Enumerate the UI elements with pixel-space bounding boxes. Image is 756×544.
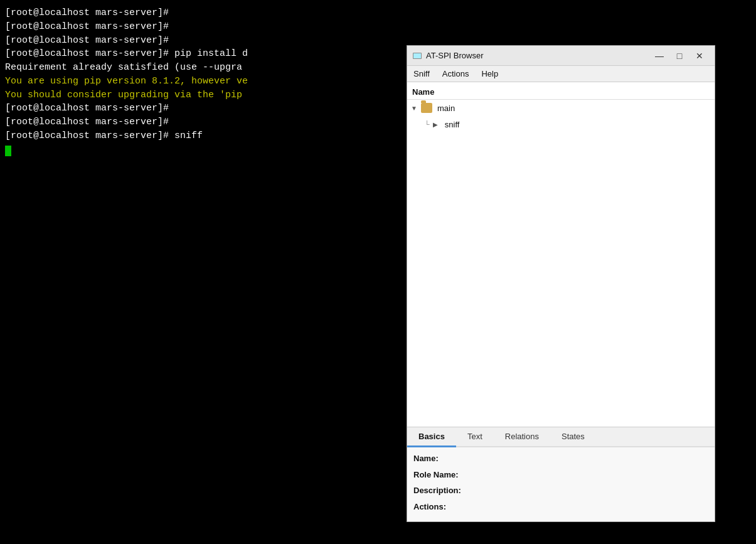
detail-role-row: Role Name: [413,469,708,481]
detail-description-row: Description: [413,484,708,497]
titlebar-buttons: — □ ✕ [649,46,710,66]
atspi-window: AT-SPI Browser — □ ✕ Sniff Actions Help … [407,45,715,522]
tree-label-main: main [437,104,455,113]
details-tabs: Basics Text Relations States [407,427,715,447]
term-line-2: [root@localhost mars-server]# [5,20,751,34]
connector-icon: └ [425,120,430,128]
tab-states[interactable]: States [550,427,596,447]
menu-help[interactable]: Help [475,66,504,82]
tree-row-main[interactable]: main [407,100,715,116]
detail-name-row: Name: [413,452,708,465]
tree-toggle-main[interactable] [410,104,418,112]
cursor [5,146,11,156]
menubar: Sniff Actions Help [407,66,715,82]
detail-actions-row: Actions: [413,501,708,513]
titlebar: AT-SPI Browser — □ ✕ [407,46,715,66]
detail-name-label: Name: [413,452,476,465]
details-panel: Name: Role Name: Description: Actions: [407,447,715,521]
tab-basics[interactable]: Basics [407,427,456,447]
tree-row-sniff[interactable]: └ sniff [407,116,715,132]
tree-panel: Name main └ sniff [407,82,715,427]
window-title: AT-SPI Browser [426,51,649,60]
detail-actions-label: Actions: [413,501,476,513]
close-button[interactable]: ✕ [689,46,710,66]
maximize-button[interactable]: □ [669,46,689,66]
menu-sniff[interactable]: Sniff [407,66,436,82]
tree-header: Name [407,86,715,100]
minimize-button[interactable]: — [649,46,669,66]
term-line-1: [root@localhost mars-server]# [5,6,751,20]
tree-toggle-sniff[interactable] [431,120,440,129]
folder-icon-main [421,103,432,113]
tab-relations[interactable]: Relations [494,427,550,447]
svg-rect-1 [413,53,421,58]
tree-label-sniff: sniff [445,120,460,129]
tab-text[interactable]: Text [456,427,494,447]
menu-actions[interactable]: Actions [436,66,476,82]
atspi-title-icon [412,51,422,61]
detail-role-label: Role Name: [413,469,476,481]
detail-description-label: Description: [413,484,476,497]
